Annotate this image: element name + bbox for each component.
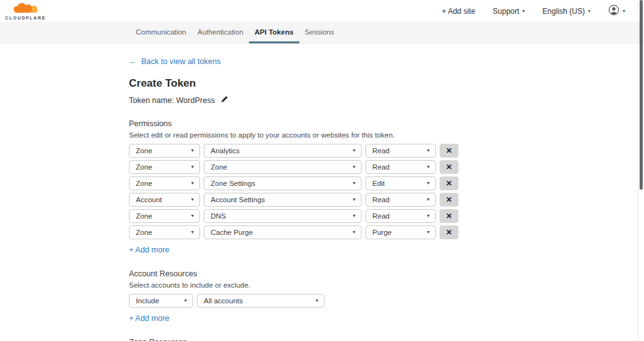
- token-name-label: Token name: WordPress: [129, 96, 215, 105]
- chevron-down-icon: ▾: [427, 181, 430, 186]
- permission-resource-select[interactable]: Zone▾: [204, 160, 362, 174]
- account-resources-add-more-link[interactable]: + Add more: [129, 314, 169, 323]
- chevron-down-icon: ▾: [191, 165, 194, 170]
- permission-resource-select[interactable]: Cache Purge▾: [204, 225, 362, 239]
- chevron-down-icon: ▾: [353, 214, 355, 219]
- permission-scope-select[interactable]: Zone▾: [129, 144, 200, 158]
- remove-permission-button[interactable]: ✕: [440, 144, 458, 158]
- permission-access-select[interactable]: Purge▾: [365, 225, 436, 239]
- chevron-down-icon: ▾: [427, 148, 430, 153]
- chevron-down-icon: ▾: [316, 298, 318, 303]
- account-include-select[interactable]: Include▾: [129, 294, 193, 308]
- chevron-down-icon: ▾: [353, 165, 355, 170]
- permissions-add-more-link[interactable]: + Add more: [129, 246, 169, 254]
- chevron-down-icon: ▾: [353, 181, 355, 186]
- support-menu[interactable]: Support ▾: [493, 7, 525, 16]
- permission-row: Account▾ Account Settings▾ Read▾ ✕: [129, 193, 644, 207]
- cloudflare-wordmark: CLOUDFLARE: [5, 16, 46, 20]
- permission-row: Zone▾ Analytics▾ Read▾ ✕: [129, 144, 644, 158]
- chevron-down-icon: ▾: [191, 181, 194, 186]
- close-icon: ✕: [446, 146, 452, 155]
- permission-resource-select[interactable]: Account Settings▾: [204, 193, 362, 207]
- back-arrow-icon: ←: [129, 57, 137, 66]
- remove-permission-button[interactable]: ✕: [440, 193, 458, 207]
- chevron-down-icon: ▾: [191, 230, 194, 235]
- chevron-down-icon: ▾: [191, 148, 194, 153]
- close-icon: ✕: [446, 195, 452, 204]
- permission-scope-select[interactable]: Zone▾: [129, 176, 200, 190]
- chevron-down-icon: ▾: [427, 197, 430, 202]
- chevron-down-icon: ▾: [427, 165, 430, 170]
- account-resources-section-title: Account Resources: [129, 269, 644, 278]
- chevron-down-icon: ▾: [588, 9, 591, 14]
- chevron-down-icon: ▾: [191, 214, 194, 219]
- permission-resource-select[interactable]: Zone Settings▾: [204, 176, 362, 190]
- chevron-down-icon: ▾: [523, 9, 525, 14]
- permission-access-select[interactable]: Edit▾: [365, 176, 436, 190]
- user-avatar-icon: [608, 4, 619, 18]
- chevron-down-icon: ▾: [623, 9, 625, 14]
- close-icon: ✕: [446, 212, 452, 220]
- close-icon: ✕: [446, 179, 452, 188]
- close-icon: ✕: [446, 163, 452, 171]
- permissions-section-description: Select edit or read permissions to apply…: [129, 131, 644, 139]
- pencil-icon: [221, 95, 228, 105]
- top-header: CLOUDFLARE + Add site Support ▾ English …: [0, 0, 644, 22]
- profile-tabbar: Communication Authentication API Tokens …: [0, 22, 644, 44]
- permission-access-select[interactable]: Read▾: [365, 160, 436, 174]
- remove-permission-button[interactable]: ✕: [440, 225, 458, 239]
- tab-authentication[interactable]: Authentication: [192, 23, 249, 43]
- permissions-section-title: Permissions: [129, 119, 644, 128]
- permission-resource-select[interactable]: Analytics▾: [204, 144, 362, 158]
- zone-resources-section-title: Zone Resources: [129, 338, 644, 341]
- tab-api-tokens[interactable]: API Tokens: [249, 23, 299, 43]
- cloudflare-logo[interactable]: CLOUDFLARE: [5, 3, 46, 20]
- scrollbar-thumb[interactable]: [640, 0, 643, 190]
- cloudflare-cloud-icon: [9, 3, 42, 15]
- permission-row: Zone▾ Cache Purge▾ Purge▾ ✕: [129, 225, 644, 239]
- chevron-down-icon: ▾: [353, 197, 355, 202]
- chevron-down-icon: ▾: [191, 197, 194, 202]
- account-resource-row: Include▾ All accounts▾: [129, 294, 644, 308]
- chevron-down-icon: ▾: [353, 230, 355, 235]
- permission-row: Zone▾ Zone▾ Read▾ ✕: [129, 160, 644, 174]
- permission-resource-select[interactable]: DNS▾: [204, 209, 362, 223]
- chevron-down-icon: ▾: [427, 230, 430, 235]
- back-link[interactable]: ← Back to view all tokens: [129, 57, 221, 66]
- edit-token-name-button[interactable]: [221, 95, 228, 105]
- chevron-down-icon: ▾: [184, 298, 187, 303]
- permission-scope-select[interactable]: Zone▾: [129, 160, 200, 174]
- remove-permission-button[interactable]: ✕: [440, 209, 458, 223]
- chevron-down-icon: ▾: [353, 148, 355, 153]
- permission-scope-select[interactable]: Account▾: [129, 193, 200, 207]
- remove-permission-button[interactable]: ✕: [440, 176, 458, 190]
- account-resources-section-description: Select accounts to include or exclude.: [129, 281, 644, 289]
- permission-access-select[interactable]: Read▾: [365, 209, 436, 223]
- create-token-page: ← Back to view all tokens Create Token T…: [0, 44, 644, 341]
- tab-communication[interactable]: Communication: [130, 23, 192, 43]
- permission-row: Zone▾ DNS▾ Read▾ ✕: [129, 209, 644, 223]
- permission-row: Zone▾ Zone Settings▾ Edit▾ ✕: [129, 176, 644, 190]
- page-title: Create Token: [129, 77, 644, 90]
- language-menu[interactable]: English (US) ▾: [543, 7, 591, 16]
- tab-sessions[interactable]: Sessions: [299, 23, 340, 43]
- permission-scope-select[interactable]: Zone▾: [129, 209, 200, 223]
- add-site-button[interactable]: + Add site: [442, 7, 475, 16]
- close-icon: ✕: [446, 228, 452, 237]
- chevron-down-icon: ▾: [427, 214, 430, 219]
- account-value-select[interactable]: All accounts▾: [197, 294, 325, 308]
- remove-permission-button[interactable]: ✕: [440, 160, 458, 174]
- permission-access-select[interactable]: Read▾: [365, 193, 436, 207]
- scrollbar-track[interactable]: [638, 0, 644, 341]
- permission-scope-select[interactable]: Zone▾: [129, 225, 200, 239]
- permission-access-select[interactable]: Read▾: [365, 144, 436, 158]
- account-menu[interactable]: ▾: [608, 4, 625, 18]
